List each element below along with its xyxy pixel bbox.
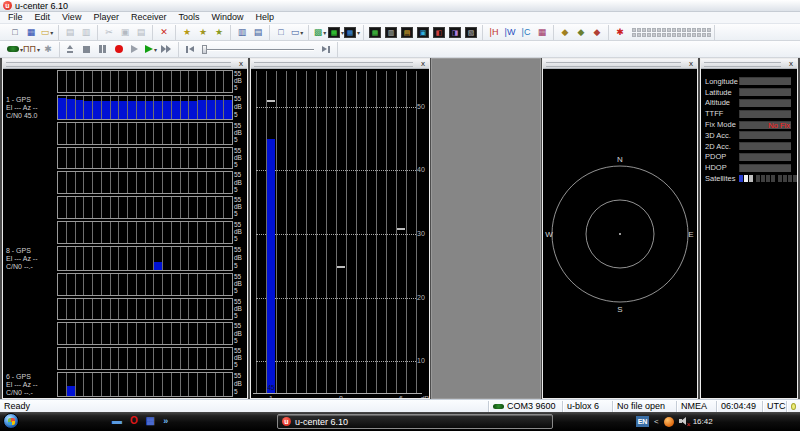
alp-file-button[interactable]: ◆ — [589, 25, 605, 39]
history-cell — [172, 274, 181, 295]
skip-end-button[interactable] — [318, 42, 334, 56]
menu-edit[interactable]: Edit — [29, 12, 57, 23]
history-cell — [102, 148, 111, 169]
eject-button[interactable] — [63, 42, 79, 56]
new-window-button[interactable]: □ — [273, 25, 289, 39]
text-console-button[interactable]: ★ — [179, 25, 195, 39]
taskbar-task-ucenter[interactable]: u u-center 6.10 — [277, 414, 553, 429]
skip-start-button-icon — [185, 45, 195, 54]
messages-view-button[interactable]: ▥ — [383, 25, 399, 39]
menu-player[interactable]: Player — [87, 12, 125, 23]
dropdown-arrow-icon[interactable]: ▾ — [323, 29, 326, 36]
slider-thumb[interactable] — [202, 45, 207, 54]
open-file-button[interactable]: ▭▾ — [39, 25, 55, 39]
menu-file[interactable]: File — [2, 12, 29, 23]
history-window-titlebar[interactable]: x — [3, 59, 247, 69]
data-window-titlebar[interactable]: x — [701, 59, 797, 69]
deviation-map-button[interactable]: ◧ — [431, 25, 447, 39]
history-cell — [198, 274, 207, 295]
configuration-view-button[interactable]: ▣ — [415, 25, 431, 39]
history-cell — [84, 71, 93, 92]
satellite-status-button[interactable]: ✱ — [612, 25, 628, 39]
altitude-meter-button[interactable]: |H — [486, 25, 502, 39]
dropdown-arrow-icon[interactable]: ▾ — [357, 29, 360, 36]
autobaud-button[interactable]: ✱ — [40, 42, 56, 56]
volume-muted-icon[interactable]: × — [679, 417, 688, 426]
close-icon[interactable]: x — [686, 59, 696, 68]
com-port-icon — [493, 404, 504, 409]
stop-button[interactable] — [79, 42, 95, 56]
chart-window-titlebar[interactable]: x — [251, 59, 429, 69]
connect-button[interactable]: ▾ — [7, 42, 23, 56]
firmware-update-button[interactable]: ▦ — [534, 25, 550, 39]
copy-button[interactable]: ▣ — [117, 25, 133, 39]
row-scale: 55dB5 — [233, 196, 247, 219]
chart-view-button[interactable]: ▦▾ — [328, 25, 344, 39]
print-preview-button[interactable]: ▥ — [78, 25, 94, 39]
paste-button[interactable]: ▤ — [133, 25, 149, 39]
history-cell — [137, 323, 146, 344]
history-cell — [58, 323, 67, 344]
history-cell — [146, 123, 155, 144]
history-cell — [154, 148, 163, 169]
close-icon[interactable]: x — [418, 59, 428, 68]
print-button[interactable]: ▤ — [62, 25, 78, 39]
record-button[interactable] — [111, 42, 127, 56]
split-horizontal-button[interactable]: ▥ — [234, 25, 250, 39]
save-file-button[interactable]: ▦ — [23, 25, 39, 39]
menu-view[interactable]: View — [56, 12, 87, 23]
assistnow-button[interactable]: ◆ — [557, 25, 573, 39]
history-cell — [198, 96, 207, 119]
close-icon[interactable]: x — [786, 59, 796, 68]
sky-view-toolbar-button[interactable]: ◨ — [447, 25, 463, 39]
history-cell — [128, 222, 137, 243]
quicklaunch-desktop[interactable]: ▬ — [112, 414, 122, 428]
tray-app-icon[interactable] — [664, 417, 674, 427]
skip-start-button[interactable] — [182, 42, 198, 56]
pause-button[interactable] — [95, 42, 111, 56]
play-button[interactable]: ▾ — [143, 42, 159, 56]
file-database-button[interactable]: ◆ — [573, 25, 589, 39]
history-cell — [207, 197, 216, 218]
menu-tools[interactable]: Tools — [172, 12, 205, 23]
fast-forward-button[interactable] — [159, 42, 175, 56]
docked-windows-button[interactable]: ▧ — [463, 25, 479, 39]
watch-meter-button[interactable]: |W — [502, 25, 518, 39]
clear-file-button[interactable]: ✕ — [156, 25, 172, 39]
history-cell — [181, 299, 190, 320]
packet-console-button[interactable]: ★ — [211, 25, 227, 39]
language-indicator[interactable]: EN — [636, 416, 649, 427]
tray-chevron-icon[interactable]: < — [654, 417, 659, 426]
history-cell — [224, 348, 232, 369]
menu-help[interactable]: Help — [249, 12, 280, 23]
dropdown-arrow-icon[interactable]: ▾ — [154, 46, 157, 53]
split-vertical-button[interactable]: ▤ — [250, 25, 266, 39]
menu-window[interactable]: Window — [205, 12, 249, 23]
start-button[interactable] — [3, 413, 19, 429]
dropdown-arrow-icon[interactable]: ▾ — [300, 29, 303, 36]
menu-receiver[interactable]: Receiver — [125, 12, 173, 23]
quick-launch-overflow[interactable]: » — [163, 416, 168, 426]
progress-slider[interactable] — [202, 45, 314, 54]
message-console-button[interactable]: ★ — [195, 25, 211, 39]
cut-button[interactable]: ✂ — [101, 25, 117, 39]
new-file-button[interactable]: □ — [7, 25, 23, 39]
window-list-button[interactable]: ▭▾ — [289, 25, 305, 39]
compass-meter-button[interactable]: |C — [518, 25, 534, 39]
quicklaunch-opera[interactable]: O — [130, 414, 138, 428]
dropdown-arrow-icon[interactable]: ▾ — [50, 29, 53, 36]
step-button[interactable] — [127, 42, 143, 56]
history-cell — [163, 348, 172, 369]
histogram-view-button[interactable]: ▦▾ — [344, 25, 360, 39]
close-icon[interactable]: x — [236, 59, 246, 68]
baudrate-button[interactable]: ПП▾ — [23, 42, 40, 56]
data-value — [739, 164, 791, 172]
statistic-view-button[interactable]: ▤ — [399, 25, 415, 39]
sky-window-titlebar[interactable]: x — [543, 59, 697, 69]
map-view-button[interactable]: ▩▾ — [312, 25, 328, 39]
history-cell — [216, 123, 225, 144]
table-view-button[interactable]: ▦ — [367, 25, 383, 39]
cn0-history-bar — [154, 262, 162, 269]
quicklaunch-files[interactable]: ▦ — [146, 414, 155, 428]
satellite-signal-cell — [662, 33, 666, 37]
